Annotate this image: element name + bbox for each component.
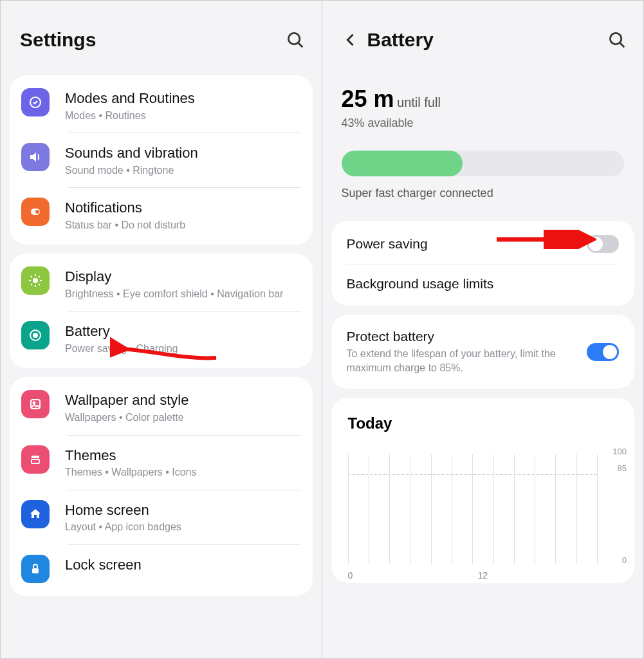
settings-screen: Settings Modes and Routines Modes • Rout… xyxy=(1,1,322,658)
item-label: Notifications xyxy=(65,199,301,217)
charger-status: Super fast charger connected xyxy=(322,176,644,216)
percent-available: 43% available xyxy=(342,116,625,130)
power-saving-row[interactable]: Power saving xyxy=(331,223,635,265)
svg-point-0 xyxy=(288,33,300,44)
svg-line-1 xyxy=(299,43,302,47)
item-label: Wallpaper and style xyxy=(65,391,301,409)
background-usage-limits-row[interactable]: Background usage limits xyxy=(331,265,635,303)
battery-bar xyxy=(342,151,625,176)
item-subtitle: Brightness • Eye comfort shield • Naviga… xyxy=(65,287,301,301)
battery-bar-fill xyxy=(342,151,463,176)
back-icon[interactable] xyxy=(342,31,360,49)
item-label: Battery xyxy=(65,322,301,340)
settings-header: Settings xyxy=(1,1,322,70)
svg-rect-18 xyxy=(32,459,39,463)
x-tick: 12 xyxy=(477,570,488,580)
y-tick: 0 xyxy=(622,555,627,565)
svg-point-5 xyxy=(33,278,38,283)
svg-line-21 xyxy=(620,43,624,47)
y-tick: 85 xyxy=(618,463,627,473)
settings-item-notifications[interactable]: Notifications Status bar • Do not distur… xyxy=(10,187,313,242)
power-saving-toggle[interactable] xyxy=(587,235,619,253)
page-title: Settings xyxy=(20,29,286,51)
settings-item-themes[interactable]: Themes Themes • Wallpapers • Icons xyxy=(10,435,313,490)
battery-header: Battery xyxy=(322,1,644,70)
settings-item-home[interactable]: Home screen Layout • App icon badges xyxy=(10,490,313,544)
svg-point-4 xyxy=(35,210,39,214)
battery-screen: Battery 25 m until full 43% available Su… xyxy=(322,1,644,658)
today-usage-card: Today 100 85 0 0 12 xyxy=(331,398,635,583)
modes-icon xyxy=(21,88,50,116)
settings-item-sounds[interactable]: Sounds and vibration Sound mode • Ringto… xyxy=(10,133,313,187)
protect-battery-card: Protect battery To extend the lifespan o… xyxy=(331,315,635,389)
option-label: Protect battery xyxy=(347,329,587,344)
item-subtitle: Status bar • Do not disturb xyxy=(65,218,301,232)
search-icon[interactable] xyxy=(607,30,627,50)
item-label: Themes xyxy=(65,447,301,465)
notif-icon xyxy=(21,198,50,226)
item-label: Display xyxy=(65,268,301,286)
item-label: Modes and Routines xyxy=(65,89,301,107)
search-icon[interactable] xyxy=(286,30,305,50)
time-until-full-suffix: until full xyxy=(397,95,441,109)
wallpaper-icon xyxy=(21,390,50,418)
svg-line-13 xyxy=(31,284,32,285)
battery-summary: 25 m until full 43% available xyxy=(322,70,644,135)
svg-rect-19 xyxy=(32,568,39,573)
protect-battery-row[interactable]: Protect battery To extend the lifespan o… xyxy=(331,317,635,386)
item-subtitle: Themes • Wallpapers • Icons xyxy=(65,465,301,479)
item-subtitle: Power saving • Charging xyxy=(65,342,301,356)
settings-group: Wallpaper and style Wallpapers • Color p… xyxy=(10,377,313,595)
display-icon xyxy=(21,266,50,295)
battery-icon xyxy=(21,321,50,349)
option-label: Background usage limits xyxy=(347,276,620,292)
option-subtitle: To extend the lifespan of your battery, … xyxy=(347,347,587,375)
settings-item-modes[interactable]: Modes and Routines Modes • Routines xyxy=(10,78,313,133)
item-subtitle: Sound mode • Ringtone xyxy=(65,163,301,178)
settings-item-wallpaper[interactable]: Wallpaper and style Wallpapers • Color p… xyxy=(10,380,313,434)
home-icon xyxy=(21,500,50,528)
protect-battery-toggle[interactable] xyxy=(587,343,619,361)
svg-point-17 xyxy=(33,402,35,404)
lock-icon xyxy=(21,555,50,583)
time-until-full: 25 m xyxy=(342,86,394,112)
item-label: Lock screen xyxy=(65,556,301,574)
power-options-card: Power saving Background usage limits xyxy=(331,221,635,306)
svg-line-11 xyxy=(39,284,40,285)
settings-item-display[interactable]: Display Brightness • Eye comfort shield … xyxy=(10,256,313,311)
svg-point-20 xyxy=(610,33,621,44)
y-tick: 100 xyxy=(612,447,627,456)
settings-group: Display Brightness • Eye comfort shield … xyxy=(10,254,313,368)
item-subtitle: Wallpapers • Color palette xyxy=(65,411,301,425)
item-subtitle: Modes • Routines xyxy=(65,109,301,123)
item-label: Sounds and vibration xyxy=(65,144,301,162)
settings-item-lock[interactable]: Lock screen xyxy=(10,544,313,593)
usage-chart: 100 85 0 0 12 xyxy=(336,441,630,583)
chart-grid xyxy=(348,454,598,564)
option-label: Power saving xyxy=(347,236,587,252)
settings-group: Modes and Routines Modes • Routines Soun… xyxy=(10,75,313,245)
page-title: Battery xyxy=(367,29,608,51)
settings-item-battery[interactable]: Battery Power saving • Charging xyxy=(10,311,313,366)
item-label: Home screen xyxy=(65,501,301,519)
svg-line-10 xyxy=(31,276,32,277)
svg-point-15 xyxy=(33,333,37,337)
themes-icon xyxy=(21,445,50,474)
sound-icon xyxy=(21,143,50,171)
today-title: Today xyxy=(331,400,635,436)
x-tick: 0 xyxy=(348,570,353,580)
item-subtitle: Layout • App icon badges xyxy=(65,520,301,534)
svg-line-12 xyxy=(39,276,40,277)
